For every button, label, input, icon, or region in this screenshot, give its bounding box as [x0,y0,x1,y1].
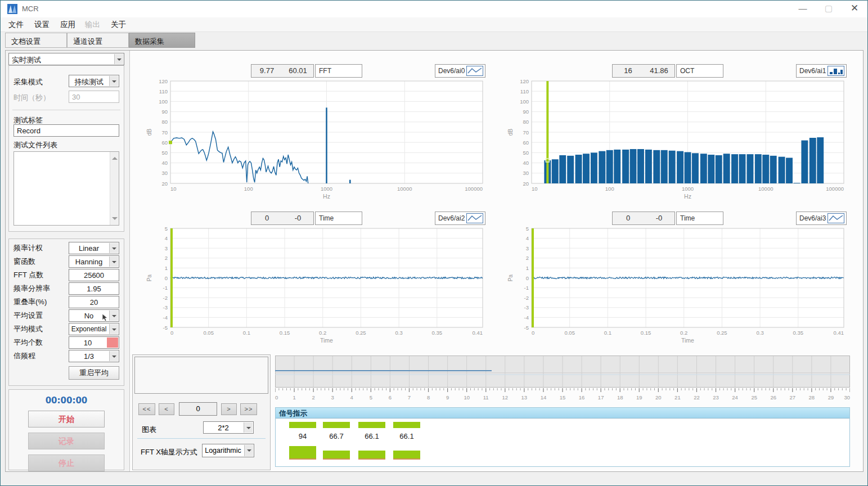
avg-mode-select[interactable]: Exponential [69,323,119,335]
chart-panel-time-ai2: 0 -0 Time Dev6/ai2 -5-4-3-2-101234500.05… [132,208,490,351]
measure-mode-select[interactable]: 实时测试 [8,53,124,65]
svg-text:0.05: 0.05 [203,330,214,336]
menu-apply[interactable]: 应用 [60,20,75,30]
chevron-down-icon[interactable] [244,445,253,456]
svg-text:Hz: Hz [684,193,691,200]
oct-cursor-values: 16 41.86 [612,64,675,78]
fft-device-selector[interactable]: Dev6/ai0 [435,64,485,78]
run-control-group: 00:00:00 开始 记录 停止 [8,389,124,470]
test-label-value: Record [14,127,119,135]
signal-indication-panel: 信号指示 94 66.7 66.1 [275,407,850,467]
time-ai2-plot[interactable]: -5-4-3-2-101234500.050.10.150.20.250.30.… [132,226,490,350]
nav-position-field[interactable]: 0 [179,402,217,416]
nav-prev-button[interactable]: < [159,403,174,415]
chevron-down-icon[interactable] [109,310,118,321]
avg-count-field[interactable]: 10 [69,336,119,349]
fft-plot[interactable]: 2030405060708090100110120101001000100001… [132,79,490,207]
menu-about[interactable]: 关于 [111,20,126,30]
restart-average-button[interactable]: 重启平均 [69,366,119,380]
chart-layout-select[interactable]: 2*2 [203,421,254,434]
svg-text:10: 10 [532,186,538,192]
minimize-button[interactable]: — [790,1,816,17]
svg-text:27: 27 [790,394,796,400]
chevron-down-icon[interactable] [114,54,123,64]
file-list-scrollbar[interactable] [110,152,119,225]
time-ai2-device-selector[interactable]: Dev6/ai2 [435,212,485,225]
tab-data-acquisition[interactable]: 数据采集 [129,33,195,48]
svg-text:0.25: 0.25 [717,330,727,336]
nav-last-button[interactable]: >> [240,403,257,415]
maximize-button[interactable]: ▢ [816,1,842,17]
acquisition-mode-select[interactable]: 持续测试 [69,75,119,87]
window-func-select[interactable]: Hanning [69,255,119,268]
nav-first-button[interactable]: << [138,403,155,415]
scroll-down-icon[interactable] [112,217,118,223]
record-button: 记录 [28,433,105,449]
svg-text:70: 70 [161,129,168,136]
svg-text:-3: -3 [524,304,529,310]
record-timeline[interactable]: 0123456789101112131415161718192021222324… [275,356,850,402]
fft-points-field[interactable]: 25600 [69,269,119,281]
svg-text:Hz: Hz [323,193,330,200]
time-ai3-device-selector[interactable]: Dev6/ai3 [796,212,847,225]
menu-file[interactable]: 文件 [8,20,24,30]
svg-text:8: 8 [427,394,430,400]
svg-text:2: 2 [312,394,314,400]
time-ai3-plot[interactable]: -5-4-3-2-101234500.050.10.150.20.250.30.… [493,226,851,350]
avg-mode-value: Exponential [69,325,109,333]
signal-panel-body: 94 66.7 66.1 66.1 [276,418,849,466]
fft-params-group: 频率计权 Linear 窗函数 Hanning FFT 点数 [8,238,124,386]
svg-text:dB: dB [146,129,152,136]
overlap-field[interactable]: 20 [69,296,119,308]
close-button[interactable]: ✕ [842,1,867,17]
octave-select[interactable]: 1/3 [69,350,119,362]
svg-text:-4: -4 [163,314,168,321]
svg-text:120: 120 [159,79,168,84]
svg-text:-1: -1 [524,285,529,291]
chart-panel-oct: 16 41.86 OCT Dev6/ai1 2030 [493,53,851,208]
freq-resolution-field[interactable]: 1.95 [69,282,119,295]
svg-text:0.05: 0.05 [564,330,575,336]
maximize-icon: ▢ [825,3,833,13]
oct-chart-type-field[interactable]: OCT [676,64,723,78]
time-ai3-chart-type-field[interactable]: Time [676,212,723,225]
acquisition-mode-label: 采集模式 [14,77,43,87]
chart-panel-time-ai3: 0 -0 Time Dev6/ai3 -5-4-3-2-101234500.05… [493,208,851,351]
oct-device-selector[interactable]: Dev6/ai1 [796,64,847,78]
chevron-down-icon[interactable] [109,243,118,253]
time-ai2-chart-type-field[interactable]: Time [315,212,362,225]
fft-chart-type-field[interactable]: FFT [315,64,362,78]
menu-output: 输出 [85,20,100,30]
svg-text:3: 3 [526,245,529,251]
chevron-down-icon[interactable] [109,256,118,267]
test-label-field[interactable]: Record [14,124,119,137]
svg-text:90: 90 [161,109,168,115]
menu-settings[interactable]: 设置 [34,20,50,30]
chevron-down-icon[interactable] [244,422,253,433]
test-file-list[interactable] [14,151,119,226]
avg-setting-select[interactable]: No [69,309,119,322]
chevron-down-icon[interactable] [109,324,118,334]
acquisition-mode-value: 持续测试 [69,77,109,87]
avg-count-label: 平均个数 [14,338,69,348]
chevron-down-icon[interactable] [109,76,118,86]
oct-plot[interactable]: 2030405060708090100110120101001000100001… [493,79,851,207]
charts-area: 9.77 60.01 FFT Dev6/ai0 2030405060708090… [129,51,863,471]
tab-document-settings[interactable]: 文档设置 [5,33,67,48]
acquisition-group: 采集模式 持续测试 时间（秒） 30 测试标签 Re [8,65,124,232]
cursor-x-value: 16 [613,65,644,77]
elapsed-timer: 00:00:00 [9,395,124,406]
fft-xaxis-select[interactable]: Logarithmic [202,444,254,457]
freq-weighting-select[interactable]: Linear [69,242,119,254]
scroll-up-icon[interactable] [112,154,118,160]
cursor-y-value: -0 [644,212,674,224]
chevron-down-icon[interactable] [109,351,118,361]
tab-channel-settings[interactable]: 通道设置 [67,33,129,48]
nav-next-button[interactable]: > [221,403,237,415]
svg-text:110: 110 [159,88,168,94]
start-button[interactable]: 开始 [28,411,105,428]
svg-text:22: 22 [694,394,700,400]
svg-text:Pa: Pa [507,274,514,281]
svg-text:1: 1 [165,265,168,271]
svg-text:20: 20 [655,394,662,400]
